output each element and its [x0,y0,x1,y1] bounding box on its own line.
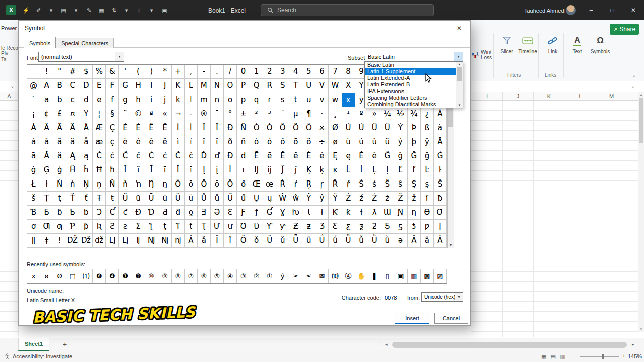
symbol-cell[interactable]: Ƙ [329,206,342,220]
symbol-cell[interactable]: £ [53,107,66,121]
symbol-cell[interactable]: ű [237,192,250,206]
name-box-dropdown-icon[interactable]: ⌄ [10,83,14,89]
symbol-cell[interactable]: ĭ [185,163,198,177]
symbol-cell[interactable]: X [342,79,355,93]
symbol-cell[interactable]: Ǡ [434,234,447,248]
symbol-cell[interactable]: ò [250,135,263,149]
symbol-cell[interactable]: q [250,93,263,107]
symbol-cell[interactable]: į [211,163,224,177]
symbol-cell[interactable]: Ž [394,192,408,206]
recent-symbol-cell[interactable]: ❶ [119,269,132,283]
symbol-cell[interactable]: ƈ [119,206,132,220]
symbol-cell[interactable]: ´ [276,107,289,121]
dropdown-scroll-thumb[interactable] [457,67,462,81]
scroll-down-icon[interactable]: ▼ [456,104,463,107]
symbol-cell[interactable]: Ɠ [263,206,276,220]
cancel-button[interactable]: Cancel [434,313,468,324]
symbol-cell[interactable]: ś [368,177,381,192]
ribbon-button-symbols[interactable]: Ω Symbols [589,34,612,72]
symbol-cell[interactable]: ŀ [434,163,447,177]
column-header[interactable]: I [471,92,503,100]
symbol-cell[interactable]: č [185,149,198,163]
symbol-cell[interactable]: ü [381,135,394,149]
symbol-cell[interactable]: Ħ [93,163,106,177]
symbol-cell[interactable]: û [368,135,381,149]
symbol-cell[interactable]: â [40,135,53,149]
symbol-cell[interactable]: s [276,93,289,107]
symbol-cell[interactable]: ċ [158,149,172,163]
symbol-cell[interactable]: & [106,65,119,79]
symbol-cell[interactable]: M [198,79,211,93]
scroll-up-icon[interactable]: ▲ [456,63,463,66]
symbol-cell[interactable]: ® [198,107,211,121]
symbol-cell[interactable]: ů [211,192,224,206]
symbol-cell[interactable]: i [145,93,158,107]
symbol-cell[interactable]: Â [40,121,53,135]
symbol-cell[interactable]: Ù [342,121,355,135]
recent-symbol-cell[interactable]: ≥ [289,269,302,283]
symbol-cell[interactable]: å [79,135,93,149]
symbol-cell[interactable]: ơ [27,220,40,234]
symbol-cell[interactable]: ƶ [302,220,315,234]
symbol-cell[interactable]: õ [289,135,302,149]
symbol-cell[interactable]: c [66,93,79,107]
chevron-down-icon[interactable]: ▾ [115,52,124,61]
dropdown-icon[interactable]: ▾ [123,7,130,14]
symbol-cell[interactable]: ŗ [315,177,329,192]
recent-symbol-cell[interactable]: x [27,269,40,283]
symbol-cell[interactable]: v [315,93,329,107]
symbol-cell[interactable]: ! [40,65,53,79]
ribbon-button-sliver-1[interactable]: le Reco [1,45,18,51]
symbol-cell[interactable]: ± [237,107,250,121]
symbol-cell[interactable]: Ï [211,121,224,135]
symbol-cell[interactable]: ǚ [355,234,368,248]
symbol-cell[interactable]: ǘ [329,234,342,248]
symbol-cell[interactable]: Ć [93,149,106,163]
ribbon-button-winloss[interactable]: Win/ Loss [472,49,492,60]
symbol-cell[interactable]: ħ [106,163,119,177]
symbol-cell[interactable]: ǜ [381,234,394,248]
symbol-cell[interactable]: ě [368,149,381,163]
symbol-cell[interactable]: ę [342,149,355,163]
ribbon-button-text[interactable]: A Text [566,34,589,72]
recent-symbol-cell[interactable]: ③ [237,269,250,283]
symbol-cell[interactable]: f [106,93,119,107]
symbol-cell[interactable]: V [315,79,329,93]
symbol-cell[interactable]: Ǆ [66,234,79,248]
ribbon-collapse-icon[interactable]: ⌄ [632,72,636,78]
symbol-cell[interactable]: ñ [237,135,250,149]
symbol-cell[interactable]: % [93,65,106,79]
symbol-cell[interactable]: Ã [53,121,66,135]
symbol-cell[interactable]: ǖ [302,234,315,248]
symbol-cell[interactable]: ƙ [342,206,355,220]
symbol-cell[interactable]: ê [145,135,158,149]
add-sheet-button[interactable]: + [60,340,69,349]
dialog-close-button[interactable]: ✕ [451,23,467,34]
recent-symbol-cell[interactable]: ✉ [315,269,329,283]
from-combobox[interactable]: Unicode (hex) ▾ [421,292,463,302]
accessibility-status[interactable]: Accessibility: Investigate [4,353,72,359]
symbol-cell[interactable]: Ŷ [302,192,315,206]
character-code-input[interactable] [383,293,407,302]
symbol-cell[interactable]: ǋ [158,234,172,248]
symbol-cell[interactable]: Ƹ [329,220,342,234]
symbol-cell[interactable]: B [53,79,66,93]
sheet-vertical-scrollbar[interactable]: ▲ ▼ [638,92,644,332]
symbol-cell[interactable]: Ɯ [381,206,394,220]
symbol-cell[interactable]: ÷ [315,135,329,149]
symbol-cell[interactable]: Ǝ [198,206,211,220]
symbol-cell[interactable]: Ŵ [276,192,289,206]
symbol-cell[interactable]: ž [408,192,421,206]
symbol-cell[interactable]: Ɔ [93,206,106,220]
chevron-down-icon[interactable]: ▾ [455,293,463,301]
symbol-cell[interactable]: @ [27,79,40,93]
symbol-cell[interactable]: ǆ [93,234,106,248]
recent-symbol-cell[interactable]: ≤ [302,269,315,283]
symbol-cell[interactable]: Ċ [145,149,158,163]
symbol-cell[interactable]: ƛ [368,206,381,220]
symbol-cell[interactable]: ǁ [27,234,40,248]
symbol-cell[interactable]: x [342,93,355,107]
symbol-cell[interactable]: Ā [434,135,447,149]
symbol-cell[interactable]: ² [250,107,263,121]
symbol-cell[interactable]: 6 [315,65,329,79]
